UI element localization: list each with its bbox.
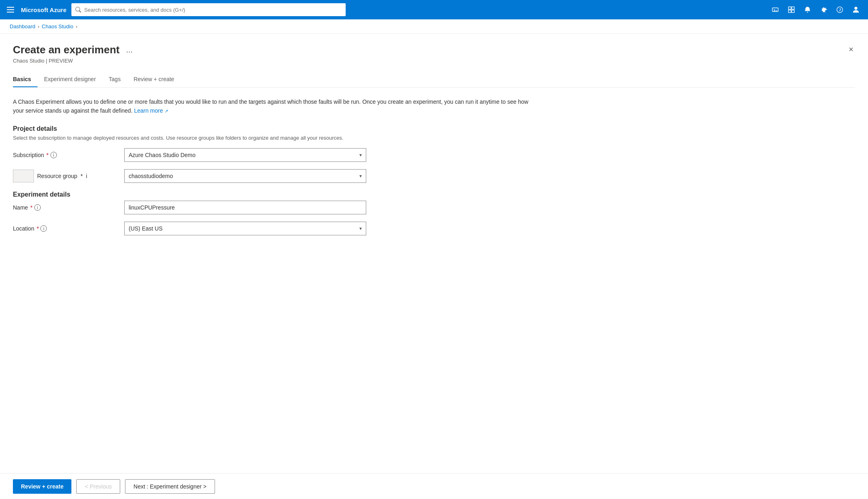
page-title-area: Create an experiment ... — [13, 44, 134, 56]
search-bar[interactable] — [71, 3, 346, 16]
settings-icon[interactable] — [816, 2, 831, 17]
help-icon[interactable] — [833, 2, 847, 17]
brand-name: Microsoft Azure — [21, 6, 67, 13]
project-details-section: Project details Select the subscription … — [13, 125, 855, 183]
tab-tags[interactable]: Tags — [102, 72, 127, 87]
resource-group-row: Resource group * i chaosstudiodemo ▾ — [13, 169, 855, 183]
breadcrumb-separator-2: › — [76, 24, 77, 29]
name-label: Name * i — [13, 204, 118, 211]
review-create-button[interactable]: Review + create — [13, 479, 71, 494]
learn-more-link[interactable]: Learn more ↗ — [134, 107, 168, 114]
svg-rect-5 — [792, 10, 794, 13]
resource-group-control: chaosstudiodemo ▾ — [124, 169, 366, 183]
resource-group-checkbox-area — [13, 170, 34, 182]
svg-point-7 — [854, 7, 857, 10]
next-button[interactable]: Next : Experiment designer > — [125, 479, 215, 494]
project-details-title: Project details — [13, 125, 855, 132]
name-row: Name * i — [13, 201, 855, 214]
svg-point-6 — [837, 7, 843, 13]
bottom-action-bar: Review + create < Previous Next : Experi… — [0, 473, 868, 497]
resource-group-required: * — [81, 173, 83, 179]
tab-review-create[interactable]: Review + create — [127, 72, 181, 87]
location-info-icon[interactable]: i — [40, 225, 47, 232]
location-row: Location * i (US) East US ▾ — [13, 222, 855, 235]
tab-basics[interactable]: Basics — [13, 72, 38, 87]
tab-experiment-designer[interactable]: Experiment designer — [38, 72, 102, 87]
svg-rect-2 — [789, 7, 791, 9]
breadcrumb-chaos-studio[interactable]: Chaos Studio — [42, 23, 73, 29]
account-icon[interactable] — [849, 2, 863, 17]
close-button[interactable]: × — [847, 44, 855, 55]
description-text: A Chaos Experiment allows you to define … — [13, 97, 537, 115]
subscription-label: Subscription * i — [13, 152, 118, 158]
subscription-required: * — [46, 152, 48, 158]
resource-group-dropdown[interactable]: chaosstudiodemo ▾ — [124, 169, 366, 183]
search-icon — [75, 7, 81, 13]
breadcrumb: Dashboard › Chaos Studio › — [0, 19, 868, 34]
subscription-dropdown[interactable]: Azure Chaos Studio Demo ▾ — [124, 148, 366, 162]
portal-icon[interactable] — [784, 2, 799, 17]
subscription-chevron-icon: ▾ — [359, 152, 362, 158]
resource-group-info-icon[interactable]: i — [86, 173, 87, 179]
top-navigation: Microsoft Azure — [0, 0, 868, 19]
project-details-description: Select the subscription to manage deploy… — [13, 135, 855, 141]
cloud-shell-icon[interactable] — [768, 2, 782, 17]
nav-icons — [768, 2, 863, 17]
name-input[interactable] — [124, 201, 366, 214]
resource-group-chevron-icon: ▾ — [359, 173, 362, 179]
svg-rect-0 — [772, 8, 778, 12]
location-control: (US) East US ▾ — [124, 222, 366, 235]
name-required: * — [30, 204, 32, 211]
svg-rect-4 — [789, 10, 791, 13]
breadcrumb-separator-1: › — [38, 24, 40, 29]
main-content: Create an experiment ... × Chaos Studio … — [0, 34, 868, 497]
resource-group-label-area: Resource group * i — [13, 170, 118, 182]
page-subtitle: Chaos Studio | PREVIEW — [13, 58, 855, 64]
subscription-info-icon[interactable]: i — [50, 152, 57, 158]
search-input[interactable] — [84, 7, 342, 13]
page-header: Create an experiment ... × — [13, 44, 855, 56]
name-info-icon[interactable]: i — [34, 204, 41, 211]
breadcrumb-dashboard[interactable]: Dashboard — [10, 23, 35, 29]
subscription-row: Subscription * i Azure Chaos Studio Demo… — [13, 148, 855, 162]
location-chevron-icon: ▾ — [359, 226, 362, 231]
location-dropdown[interactable]: (US) East US ▾ — [124, 222, 366, 235]
svg-rect-3 — [792, 7, 794, 9]
tabs-bar: Basics Experiment designer Tags Review +… — [13, 72, 855, 88]
page-title-menu-button[interactable]: ... — [124, 45, 134, 55]
subscription-control: Azure Chaos Studio Demo ▾ — [124, 148, 366, 162]
hamburger-menu[interactable] — [5, 4, 16, 15]
location-label: Location * i — [13, 225, 118, 232]
page-title: Create an experiment — [13, 44, 119, 56]
name-control — [124, 201, 366, 214]
experiment-details-section: Experiment details Name * i Location * i… — [13, 191, 855, 235]
experiment-details-title: Experiment details — [13, 191, 855, 198]
location-required: * — [37, 225, 39, 232]
notifications-icon[interactable] — [800, 2, 815, 17]
previous-button[interactable]: < Previous — [76, 479, 120, 494]
